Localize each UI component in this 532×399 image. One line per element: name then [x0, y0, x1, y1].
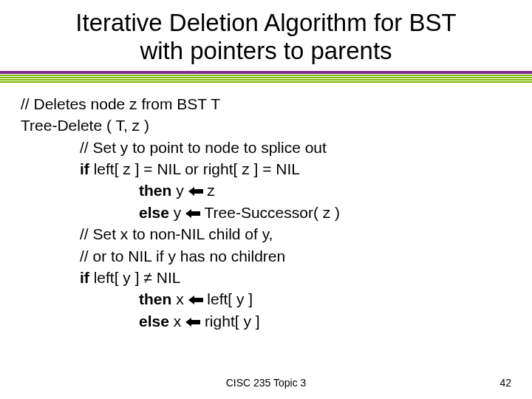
code-text: y: [169, 204, 185, 221]
code-line: then y z: [21, 180, 511, 201]
keyword-if: if: [80, 160, 89, 177]
rule-green-3: [0, 79, 532, 81]
left-arrow-icon: [185, 208, 200, 219]
rule-green-1: [0, 75, 532, 76]
code-text: x: [169, 313, 185, 330]
code-line: else y Tree-Successor( z ): [21, 202, 511, 223]
left-arrow-icon: [188, 186, 203, 197]
left-arrow-icon: [185, 317, 200, 327]
svg-marker-0: [188, 187, 203, 196]
code-line: // Set x to non-NIL child of y,: [21, 223, 511, 245]
rule-green-4: [0, 81, 532, 83]
code-text: Tree-Successor( z ): [200, 204, 340, 221]
code-text: left[ y ]: [203, 290, 253, 307]
title-line-1: Iterative Deletion Algorithm for BST: [75, 9, 456, 36]
rule-purple: [0, 71, 532, 74]
keyword-else: else: [139, 313, 169, 330]
title-rule: [0, 71, 532, 83]
rule-green-2: [0, 77, 532, 78]
left-arrow-icon: [188, 295, 203, 305]
code-text: z: [203, 182, 215, 199]
svg-marker-2: [188, 296, 203, 304]
code-text: NIL: [152, 269, 181, 286]
code-text: left[ z ] = NIL or right[ z ] = NIL: [89, 160, 300, 177]
code-text: x: [171, 290, 188, 307]
slide-body: // Deletes node z from BST T Tree-Delete…: [0, 93, 532, 332]
code-text: right[ y ]: [200, 313, 260, 330]
code-line: if left[ z ] = NIL or right[ z ] = NIL: [21, 158, 511, 180]
title-line-2: with pointers to parents: [140, 37, 392, 64]
keyword-then: then: [139, 182, 171, 199]
code-line: if left[ y ] ≠ NIL: [21, 267, 511, 288]
code-line: // Deletes node z from BST T: [21, 93, 511, 115]
svg-marker-3: [185, 318, 200, 327]
neq-symbol: ≠: [143, 269, 152, 286]
code-line: else x right[ y ]: [21, 310, 511, 332]
footer-center: CISC 235 Topic 3: [0, 377, 532, 389]
code-line: // or to NIL if y has no children: [21, 245, 511, 267]
code-text: left[ y ]: [89, 269, 144, 286]
page-number: 42: [499, 377, 511, 389]
code-text: y: [171, 182, 188, 199]
keyword-then: then: [139, 290, 171, 307]
slide-title: Iterative Deletion Algorithm for BST wit…: [0, 0, 532, 71]
keyword-else: else: [139, 204, 169, 221]
svg-marker-1: [185, 209, 200, 218]
code-line: Tree-Delete ( T, z ): [21, 115, 511, 136]
keyword-if: if: [80, 269, 89, 286]
code-line: then x left[ y ]: [21, 288, 511, 310]
code-line: // Set y to point to node to splice out: [21, 137, 511, 158]
